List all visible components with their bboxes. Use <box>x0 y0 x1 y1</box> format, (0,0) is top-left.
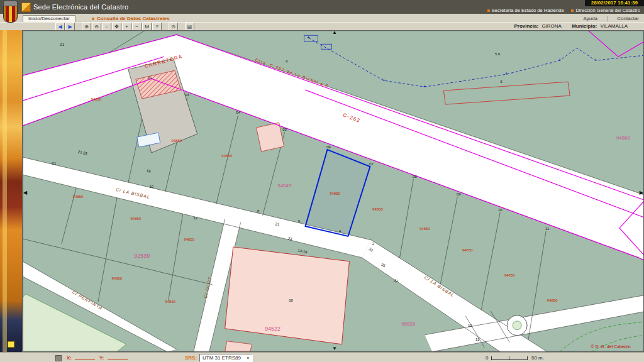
gov-link[interactable]: Secretaría de Estado de Hacienda <box>487 8 564 13</box>
map-label-bnum: 01 <box>60 43 65 47</box>
map-label-bnum: 08 <box>289 299 293 302</box>
page-title: Sede Electrónica del Catastro <box>33 3 128 11</box>
x-coordinate-value <box>75 354 95 360</box>
building-large-94522[interactable] <box>225 247 350 344</box>
spain-coat-of-arms-logo <box>3 1 18 22</box>
government-links: Secretaría de Estado de HaciendaDirecció… <box>480 8 640 13</box>
chevron-down-icon: ▼ <box>246 356 250 360</box>
orthophoto-detail <box>8 341 14 348</box>
province-value: GIRONA <box>541 23 562 29</box>
map-label-bnum: 12 <box>475 337 480 341</box>
map-label-bnum: 05 <box>282 128 287 131</box>
map-label-bnum: 06 <box>326 145 331 149</box>
catastro-logo-icon <box>21 3 31 12</box>
map-label-ref: 94522 <box>265 326 280 332</box>
municipality-value: VILAMALLA <box>600 23 628 29</box>
map-label-pnum: 94860 <box>112 277 123 280</box>
map-label-bnum: 09 <box>457 192 461 196</box>
map-label-bplus: + <box>307 35 309 40</box>
scale-start: 0 <box>486 355 488 361</box>
nav-right-links: Ayuda Contactar <box>566 16 639 21</box>
orthophoto-strip <box>0 30 23 352</box>
map-copyright: © D. G. del Catastro <box>591 344 631 349</box>
bullet-icon <box>487 9 490 12</box>
srs-label: SRS: <box>185 355 197 361</box>
building-small <box>257 123 284 151</box>
bullet-icon <box>571 9 574 12</box>
map-label-pnum: 94850 <box>330 192 340 195</box>
map-label-ref: 92539 <box>134 253 150 259</box>
cadastral-map[interactable]: CARRETERACtra. C-262 de La Bisbal a FC-2… <box>23 30 644 352</box>
map-label-pnum: 94850 <box>462 248 473 252</box>
map-label-ref: 94547 <box>277 183 292 189</box>
tab-inicio-desconectar[interactable]: Inicio/Desconectar <box>23 15 75 22</box>
map-label-pnum: 94850 <box>504 273 515 277</box>
pan-up-icon[interactable]: ▲ <box>332 30 337 35</box>
map-label-bnum: 12 <box>193 216 197 220</box>
map-label-pnum: 94850 <box>171 139 182 143</box>
scale-end: 50 m. <box>531 355 544 361</box>
coordinates-icon <box>55 355 62 361</box>
y-coordinate-value <box>108 354 128 360</box>
map-label-bplus: + <box>594 58 597 62</box>
map-label-bplus: + <box>382 78 385 82</box>
map-label-bnum: 5 b <box>495 52 501 56</box>
location-indicator: Provincia: GIRONA Municipio: VILAMALLA <box>514 23 636 29</box>
map-label-pnum: 94850 <box>130 217 141 221</box>
ayuda-link[interactable]: Ayuda <box>575 16 598 21</box>
map-label-bnum: 07 <box>369 162 374 166</box>
map-label-bplus: + <box>505 72 508 76</box>
map-label-bnum: 10 <box>498 208 502 212</box>
map-label-bplus: + <box>558 58 561 62</box>
pan-right-icon[interactable]: ▶ <box>640 190 643 195</box>
status-bar: X: Y: SRS: UTM 31 ETRS89 ▼ 0 50 m. <box>0 352 644 362</box>
scale-bar <box>491 355 528 360</box>
map-label-pnum: 94850 <box>547 299 558 302</box>
gov-link[interactable]: Dirección General del Catastro <box>571 8 640 13</box>
map-label-bnum: 02 <box>148 76 152 80</box>
pan-left-icon[interactable]: ◀ <box>23 190 27 195</box>
map-label-bnum: 10 <box>468 324 472 327</box>
contactar-link[interactable]: Contactar <box>608 16 639 21</box>
pan-down-icon[interactable]: ▼ <box>332 346 337 351</box>
datetime-display: 28/02/2017 16:41:39 <box>585 0 644 6</box>
map-label-pnum: 94860 <box>165 300 175 304</box>
map-label-pnum: 94850 <box>221 154 232 158</box>
municipality-label: Municipio: <box>572 23 597 29</box>
map-label-pnum: 94850 <box>91 97 102 101</box>
map-label-bnum: 11 <box>545 227 550 231</box>
tab-consulta-datos-catastrales[interactable]: Consulta de Datos Catastrales <box>92 16 170 21</box>
map-label-bnum: 03 <box>185 93 189 97</box>
map-label-ref: 95526 <box>401 321 416 327</box>
shield-icon <box>3 6 18 23</box>
map-label-ref: 94860 <box>616 135 631 141</box>
x-coordinate-label: X: <box>67 355 72 361</box>
map-label-bplus: + <box>423 84 426 89</box>
crown-icon <box>3 1 18 6</box>
map-label-bnum: 04 <box>236 111 240 114</box>
map-label-bnum: 01 <box>52 162 57 165</box>
province-label: Provincia: <box>514 23 538 29</box>
map-label-bnum: 10 <box>149 185 153 189</box>
map-viewport[interactable]: ▲ ▼ ◀ ▶ <box>23 30 644 352</box>
map-label-pnum: 94850 <box>372 207 383 211</box>
srs-value: UTM 31 ETRS89 <box>203 355 241 361</box>
map-label-pnum: 94850 <box>184 238 194 241</box>
y-coordinate-label: Y: <box>99 355 104 361</box>
map-label-pnum: 94850 <box>73 195 84 199</box>
roundabout-center <box>513 321 521 330</box>
map-label-pnum: 94850 <box>419 227 430 231</box>
map-label-bnum: 08 <box>413 175 417 178</box>
srs-select[interactable]: UTM 31 ETRS89 ▼ <box>199 354 253 362</box>
